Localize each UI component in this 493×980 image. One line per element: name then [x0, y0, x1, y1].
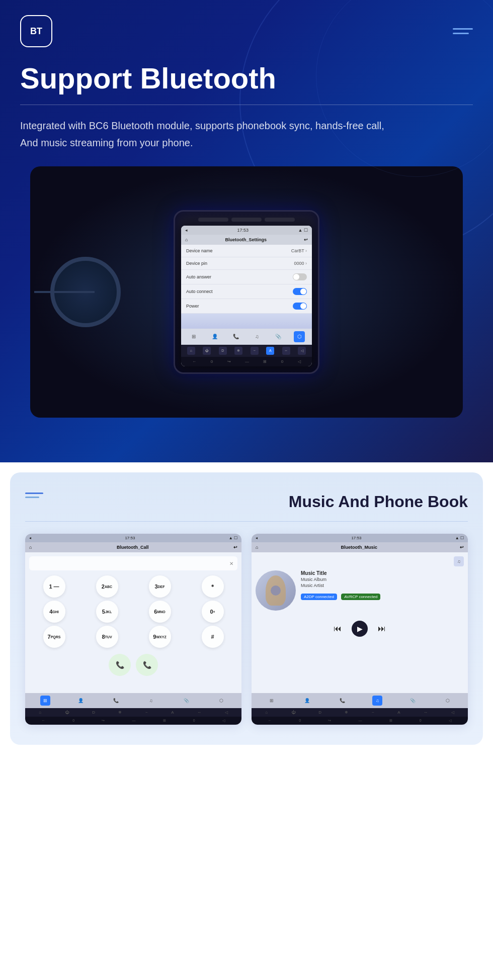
- bluetooth-icon-active[interactable]: ⬡: [294, 331, 305, 342]
- music-person-icon[interactable]: 👤: [302, 696, 312, 706]
- bb-icon-5[interactable]: ⊞: [263, 359, 267, 364]
- ctrl-auto[interactable]: A: [266, 347, 274, 355]
- music-bb-2[interactable]: 0: [299, 719, 301, 723]
- call-ctrl-flake[interactable]: ❄: [118, 710, 122, 715]
- mini-hamburger[interactable]: [25, 493, 43, 498]
- ctrl-home[interactable]: ⌂: [187, 347, 195, 355]
- clip-icon[interactable]: 📎: [273, 331, 284, 342]
- auto-answer-row[interactable]: Auto answer: [181, 270, 312, 284]
- ctrl-fan[interactable]: ~: [251, 347, 259, 355]
- next-track-button[interactable]: ⏭: [378, 624, 386, 633]
- music-note-active-icon[interactable]: ♫: [372, 696, 382, 706]
- answer-call-button[interactable]: 📞: [109, 654, 131, 676]
- dial-4[interactable]: 4GHI: [43, 601, 65, 623]
- auto-answer-toggle[interactable]: [293, 273, 307, 280]
- call-ctrl-home[interactable]: ⌂: [39, 710, 41, 715]
- call-bb-1[interactable]: ←: [42, 719, 45, 723]
- music-ctrl-auto[interactable]: A: [397, 710, 400, 715]
- auto-connect-toggle[interactable]: [293, 288, 307, 295]
- call-home-icon[interactable]: ⌂: [29, 545, 32, 550]
- music-grid-icon[interactable]: ⊞: [267, 696, 277, 706]
- grid-icon[interactable]: ⊞: [188, 331, 199, 342]
- music-ctrl-dual[interactable]: D: [318, 710, 321, 715]
- music-ctrl-vol[interactable]: ◁: [451, 710, 454, 715]
- music-bb-7[interactable]: ◁: [449, 719, 451, 723]
- hamburger-menu[interactable]: [453, 28, 473, 34]
- call-clip-icon[interactable]: 📎: [181, 696, 191, 706]
- call-ctrl-fan[interactable]: ~: [145, 710, 148, 715]
- home-icon[interactable]: ⌂: [185, 237, 188, 242]
- dial-1[interactable]: 1 —: [43, 575, 65, 598]
- person-icon[interactable]: 👤: [209, 331, 220, 342]
- call-bb-5[interactable]: ⊞: [163, 719, 166, 723]
- music-bt-icon[interactable]: ⬡: [443, 696, 453, 706]
- music-back-nav-icon[interactable]: ↩: [460, 545, 464, 550]
- music-home-icon[interactable]: ⌂: [256, 545, 258, 550]
- bb-icon-3[interactable]: ↪: [227, 359, 231, 364]
- call-ctrl-dual[interactable]: D: [92, 710, 95, 715]
- call-bt-icon[interactable]: ⬡: [216, 696, 226, 706]
- dial-3[interactable]: 3DEF: [149, 575, 171, 598]
- redial-button[interactable]: 📞: [136, 654, 158, 676]
- music-bb-5[interactable]: ⊞: [389, 719, 392, 723]
- music-back-icon[interactable]: ◂: [256, 536, 258, 540]
- bb-icon-7[interactable]: ◁: [298, 359, 301, 364]
- dial-8[interactable]: 8TUV: [96, 626, 118, 648]
- music-ctrl-home[interactable]: ⌂: [265, 710, 268, 715]
- music-icon[interactable]: ♫: [252, 331, 263, 342]
- music-ctrl-fan[interactable]: ~: [372, 710, 374, 715]
- music-bb-4[interactable]: —: [358, 719, 362, 723]
- bb-icon-2[interactable]: 0: [211, 359, 213, 364]
- music-phone-icon[interactable]: 📞: [337, 696, 347, 706]
- music-bb-1[interactable]: ←: [268, 719, 272, 723]
- music-note-icon[interactable]: ♫: [454, 556, 464, 566]
- dial-7[interactable]: 7PQRS: [43, 626, 65, 648]
- call-back-icon[interactable]: ◂: [29, 536, 31, 540]
- call-bb-2[interactable]: 0: [72, 719, 74, 723]
- dial-2[interactable]: 2ABC: [96, 575, 118, 598]
- music-ctrl-pwr[interactable]: ⏻: [291, 710, 295, 715]
- dial-5[interactable]: 5JKL: [96, 601, 118, 623]
- call-grid-icon[interactable]: ⊞: [40, 696, 50, 706]
- call-phone-icon[interactable]: 📞: [111, 696, 121, 706]
- back-nav-icon[interactable]: ↩: [304, 237, 308, 242]
- call-back-nav-icon[interactable]: ↩: [233, 545, 237, 550]
- call-ctrl-vol[interactable]: ◁: [225, 710, 228, 715]
- call-ctrl-arr[interactable]: ↔: [197, 710, 201, 715]
- ctrl-arrows[interactable]: ↔: [282, 347, 290, 355]
- device-pin-row[interactable]: Device pin 0000 ›: [181, 257, 312, 270]
- call-person-icon[interactable]: 👤: [75, 696, 86, 706]
- power-toggle[interactable]: [293, 303, 307, 310]
- dial-star[interactable]: ＊: [202, 575, 224, 598]
- phone-icon[interactable]: 📞: [230, 331, 241, 342]
- music-ctrl-flake[interactable]: ❄: [345, 710, 348, 715]
- bb-icon-6[interactable]: 0: [281, 359, 283, 364]
- dial-6[interactable]: 6MNO: [149, 601, 171, 623]
- play-button[interactable]: ▶: [352, 621, 368, 637]
- dial-0plus[interactable]: 0+: [202, 601, 224, 623]
- call-bb-3[interactable]: ↪: [102, 719, 105, 723]
- bb-icon-4[interactable]: —: [245, 359, 249, 364]
- call-ctrl-auto[interactable]: A: [171, 710, 174, 715]
- call-ctrl-pwr[interactable]: ⏻: [65, 710, 69, 715]
- call-search-bar[interactable]: ✕: [29, 556, 237, 570]
- call-bb-6[interactable]: 0: [193, 719, 195, 723]
- ctrl-vol[interactable]: ◁: [298, 347, 306, 355]
- music-bb-6[interactable]: 0: [420, 719, 422, 723]
- music-bb-3[interactable]: ↪: [328, 719, 331, 723]
- call-music-icon[interactable]: ♫: [146, 696, 156, 706]
- power-row[interactable]: Power: [181, 299, 312, 314]
- ctrl-snowflake[interactable]: ❄: [234, 347, 242, 355]
- music-clip-icon[interactable]: 📎: [407, 696, 418, 706]
- device-name-row[interactable]: Device name CarBT ›: [181, 245, 312, 257]
- back-arrow-icon[interactable]: ←: [192, 359, 196, 364]
- back-icon[interactable]: ◂: [185, 228, 188, 233]
- call-bb-4[interactable]: —: [132, 719, 135, 723]
- dial-hash[interactable]: #: [202, 626, 224, 648]
- auto-connect-row[interactable]: Auto connect: [181, 284, 312, 299]
- close-icon[interactable]: ✕: [229, 561, 233, 566]
- prev-track-button[interactable]: ⏮: [334, 624, 342, 633]
- call-bb-7[interactable]: ◁: [222, 719, 225, 723]
- music-ctrl-arr[interactable]: ↔: [424, 710, 428, 715]
- ctrl-power[interactable]: ⏻: [203, 347, 211, 355]
